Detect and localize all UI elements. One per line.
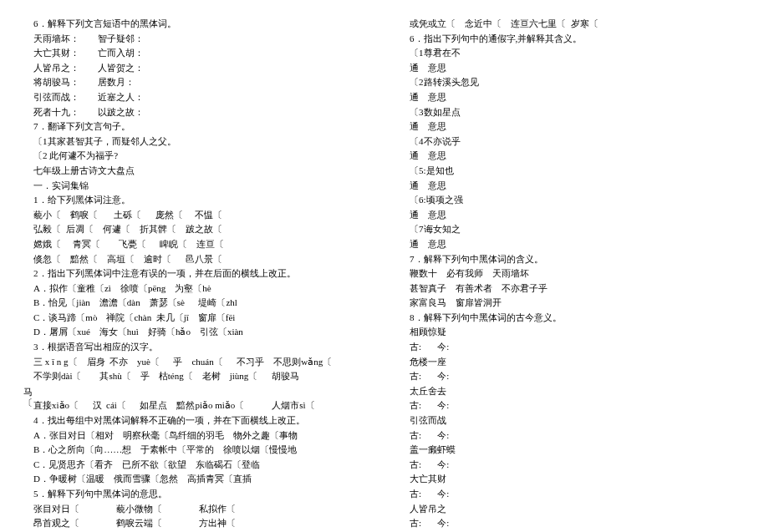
text-line: 甚智真子 有善术者 不亦君子乎 (410, 281, 736, 296)
text-line: 死者十九： 以跛之故： (33, 105, 359, 120)
text-line: 引弦而战： 近塞之人： (33, 90, 359, 105)
text-line: 或凭或立〔 念近中〔 连亘六七里〔 岁寒〔 (410, 17, 736, 32)
text-line: 倏忽〔 黯然〔 高垣〔 逾时〔 邑八景〔 (33, 252, 359, 267)
text-line: B．心之所向〔向……想 于素帐中〔平常的 徐喷以烟〔慢慢地 (33, 443, 359, 458)
text-line: 直接xiǎo〔 汉 cái〔 如星点 黯然piǎo miǎo〔 人烟市sì〔 (33, 398, 359, 413)
text-line: 嫦娥〔 青冥〔 飞甍〔 睥睨〔 连亘〔 (33, 237, 359, 252)
text-line: A．拟作〔童稚〔zì 徐喷〔pēng 为壑〔hè (33, 281, 359, 296)
text-line: 通 意思 (410, 149, 736, 164)
text-line: 通 意思 (410, 237, 736, 252)
text-line (33, 384, 359, 399)
text-line: C．谈马蹄〔mò 禅院〔chàn 未几〔jī 窗扉〔fēi (33, 311, 359, 326)
text-line: A．张目对日〔相对 明察秋毫〔鸟纤细的羽毛 物外之趣〔事物 (33, 428, 359, 443)
text-line: 通 意思 (410, 179, 736, 194)
text-line: 鞭数十 必有我师 天雨墙坏 (410, 266, 736, 281)
text-line: B．怡见〔jiàn 澹澹〔dàn 萧瑟〔sè 堤崎〔zhl (33, 296, 359, 311)
text-line: 人皆吊之 (410, 502, 736, 517)
text-line: 3．根据语音写出相应的汉字。 (33, 340, 359, 355)
text-line: C．见贤思齐〔看齐 已所不欲〔欲望 东临碣石〔登临 (33, 458, 359, 473)
text-line: 太丘舍去 (410, 384, 736, 399)
text-line: 通 意思 (410, 90, 736, 105)
text-line: 〔1尊君在不 (410, 46, 736, 61)
text-line: 〔2 此何遽不为福乎? (33, 149, 359, 164)
text-line: 〔2路转溪头忽见 (410, 75, 736, 90)
text-line: 古: 今: (410, 340, 736, 355)
text-line: D．争暖树〔温暖 俄而雪骤〔忽然 高插青冥〔直插 (33, 472, 359, 487)
text-line: 〔5:是知也 (410, 164, 736, 179)
text-line: 将胡骏马： 居数月： (33, 75, 359, 90)
text-line: 大亡其财 (410, 472, 736, 487)
text-line: 〔1其家甚智其子，而疑邻人之父。 (33, 134, 359, 149)
right-content: 或凭或立〔 念近中〔 连亘六七里〔 岁寒〔6．指出下列句中的通假字,并解释其含义… (410, 17, 736, 532)
text-line: 7．翻译下列文言句子。 (33, 119, 359, 134)
text-line: 通 意思 (410, 61, 736, 76)
text-line: 8．解释下列句中黑体词的古今意义。 (410, 311, 736, 326)
text-line: 4．找出每组中对黑体词解释不正确的一项，并在下面横线上改正。 (33, 413, 359, 428)
text-line: 7．解释下列句中黑体词的含义。 (410, 252, 736, 267)
text-line: 6．指出下列句中的通假字,并解释其含义。 (410, 32, 736, 47)
right-column: 或凭或立〔 念近中〔 连亘六七里〔 岁寒〔6．指出下列句中的通假字,并解释其含义… (410, 17, 736, 515)
text-line: 家富良马 窗扉皆洞开 (410, 296, 736, 311)
text-line: 〔7诲女知之 (410, 222, 736, 237)
text-line: 大亡其财： 亡而入胡： (33, 46, 359, 61)
text-line: 天雨墙坏： 智子疑邻： (33, 32, 359, 47)
text-line: 张目对日〔 藐小微物〔 私拟作〔 (33, 502, 359, 517)
text-line: D．屠屑〔xué 海女〔huì 好骑〔hǎo 引弦〔xiàn (33, 325, 359, 340)
text-line: 古: 今: (410, 398, 736, 413)
text-line: 2．指出下列黑体词中注意有误的一项，并在后面的横线上改正。 (33, 266, 359, 281)
text-line: 古: 今: (410, 428, 736, 443)
text-line: 不学则dài〔 其shù〔 乎 枯téng〔 老树 jiùng〔 胡骏马 (33, 369, 359, 384)
text-line: 一．实词集锦 (33, 179, 359, 194)
text-line: 〔6:顷项之强 (410, 193, 736, 208)
text-line: 5．解释下列句中黑体词的意思。 (33, 487, 359, 502)
text-line: 盖一癞虾蟆 (410, 443, 736, 458)
text-line: 三 x ī n g〔 眉身 不亦 yuè〔 乎 chuán〔 不习乎 不思则wǎ… (33, 355, 359, 370)
text-line: 古: 今: (410, 487, 736, 502)
text-line: 古: 今: (410, 458, 736, 473)
text-line: 古: 今: (410, 516, 736, 531)
text-line: 古: 今: (410, 369, 736, 384)
text-line: 相顾惊疑 (410, 325, 736, 340)
text-line: 七年级上册古诗文大盘点 (33, 164, 359, 179)
text-line: 昂首观之〔 鹤唳云端〔 方出神〔 (33, 516, 359, 531)
left-content: 6．解释下列文言短语中的黑体词。天雨墙坏： 智子疑邻：大亡其财： 亡而入胡：人皆… (33, 17, 359, 532)
text-line: 引弦而战 (410, 413, 736, 428)
text-line: 危楼一座 (410, 355, 736, 370)
text-line: 通 意思 (410, 208, 736, 223)
text-line: 〔3数如星点 (410, 105, 736, 120)
text-line: 通 意思 (410, 119, 736, 134)
text-line: 〔4不亦说乎 (410, 134, 736, 149)
text-line: 弘毅〔 后凋〔 何遽〔 折其髀〔 跛之故〔 (33, 222, 359, 237)
left-column: 6．解释下列文言短语中的黑体词。天雨墙坏： 智子疑邻：大亡其财： 亡而入胡：人皆… (33, 17, 359, 515)
text-line: 1．给下列黑体词注意。 (33, 193, 359, 208)
text-line: 6．解释下列文言短语中的黑体词。 (33, 17, 359, 32)
margin-annotation: 马 〔 (23, 387, 33, 408)
text-line: 人皆吊之： 人皆贺之： (33, 61, 359, 76)
text-line: 藐小〔 鹤唳〔 土砾〔 庞然〔 不愠〔 (33, 208, 359, 223)
